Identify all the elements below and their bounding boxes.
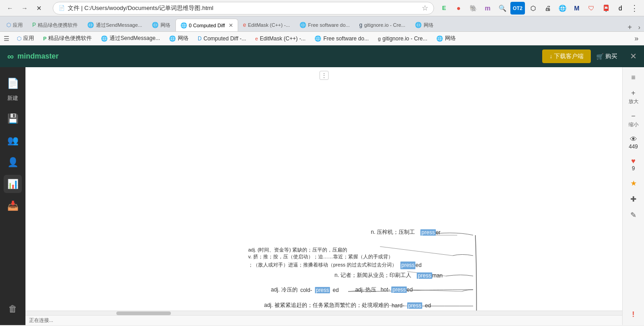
- node-hard-compound: hard-: [392, 302, 404, 309]
- more-menu-button[interactable]: ⋮: [629, 3, 640, 13]
- bookmark-free-icon: 🌐: [315, 35, 321, 42]
- node-hard-suffix: ed: [425, 302, 431, 309]
- bookmark-network1[interactable]: 🌐 网络: [165, 34, 192, 43]
- warning-icon: !: [632, 311, 634, 319]
- mindmaster-sidebar: 📄 新建 💾 👥 👤 📊 📥 🗑: [0, 67, 25, 325]
- toolbar-icon-9[interactable]: M: [570, 2, 583, 15]
- scrollbar-thumb[interactable]: [116, 311, 171, 315]
- zoom-out-icon: −: [631, 112, 635, 120]
- bookmark-green-software[interactable]: P 精品绿色便携软件: [40, 34, 95, 43]
- new-tab-button[interactable]: +: [625, 23, 634, 31]
- bookmarks-more-button[interactable]: »: [633, 35, 640, 43]
- mindmaster-canvas[interactable]: ⋮: [25, 67, 622, 311]
- toolbar-icon-1[interactable]: ●: [452, 2, 465, 15]
- toolbar-icon-11[interactable]: 📮: [599, 2, 612, 15]
- lock-icon: 📄: [59, 5, 65, 11]
- right-panel-share[interactable]: ✚: [624, 192, 643, 206]
- toolbar-icon-7[interactable]: 🖨: [541, 2, 554, 15]
- bookmark-star-icon[interactable]: ☆: [422, 4, 428, 12]
- tab-network1[interactable]: 🌐 网络: [147, 19, 175, 31]
- toolbar-icon-8[interactable]: 🌐: [556, 2, 569, 15]
- node-pressed-suffix: ed: [415, 262, 421, 269]
- tab-green-software-label: 精品绿色便携软件: [38, 22, 78, 29]
- bookmark-send-icon: 🌐: [101, 35, 108, 42]
- sidebar-item-user[interactable]: 👤: [4, 153, 22, 171]
- zoom-in-icon: +: [631, 89, 635, 97]
- highlight-press-hot: press: [391, 286, 406, 293]
- close-tab-button[interactable]: ✕: [33, 2, 45, 15]
- bookmark-sendmessage[interactable]: 🌐 通过SendMessage...: [97, 34, 164, 43]
- toolbar-icon-12[interactable]: d: [614, 2, 627, 15]
- sidebar-item-trash[interactable]: 🗑: [4, 300, 22, 318]
- star-icon: ★: [630, 179, 637, 188]
- back-button[interactable]: ←: [4, 2, 16, 15]
- toolbar-icon-3[interactable]: m: [481, 2, 494, 15]
- tab-free-software[interactable]: 🌐 Free software do...: [295, 19, 354, 31]
- tab-sendmessage[interactable]: 🌐 通过SendMessage...: [83, 19, 147, 31]
- cart-icon: 🛒: [596, 53, 604, 60]
- tab-gitignore[interactable]: g gitignore.io - Cre...: [355, 19, 410, 31]
- bookmark-apps-icon: ⬡: [17, 35, 21, 42]
- tab-editmask[interactable]: e EditMask (C++) -...: [239, 19, 295, 31]
- mindmap-svg: [25, 67, 622, 311]
- tab-editmask-label: EditMask (C++) -...: [248, 22, 290, 28]
- bookmark-editmask[interactable]: e EditMask (C++) -...: [252, 35, 310, 43]
- canvas-header-icon[interactable]: ⋮: [320, 71, 329, 80]
- bookmark-computed-diff[interactable]: D Computed Diff -...: [194, 35, 250, 43]
- buy-button[interactable]: 🛒 购买: [596, 52, 617, 60]
- tab-network2[interactable]: 🌐 网络: [410, 19, 438, 31]
- right-panel-zoom-in[interactable]: + 放大: [624, 86, 643, 108]
- app-close-button[interactable]: ✕: [630, 51, 637, 61]
- tab-green-software[interactable]: P 精品绿色便携软件: [28, 19, 82, 31]
- toolbar-icon-5[interactable]: OT2: [510, 2, 525, 15]
- right-panel-zoom-out[interactable]: − 缩小: [624, 109, 643, 131]
- tab-free-software-label: Free software do...: [308, 22, 350, 28]
- tab-close-icon[interactable]: ✕: [229, 22, 233, 29]
- right-panel-menu[interactable]: ≡: [624, 71, 643, 84]
- node-hot-compound: hot-: [380, 286, 390, 293]
- bookmark-computed-icon: D: [198, 35, 202, 42]
- user-icon: 👤: [7, 157, 19, 168]
- bookmark-green-label: 精品绿色便携软件: [48, 35, 92, 42]
- node-presser: n. 压榨机；压制工 presser: [371, 228, 440, 236]
- node-pressman-text: n. 记者；新闻从业员；印刷工人: [334, 272, 411, 279]
- toolbar-icon-2[interactable]: 🐘: [467, 2, 479, 15]
- forward-button[interactable]: →: [18, 2, 31, 15]
- zoom-in-label: 放大: [629, 98, 639, 105]
- node-hot-text: adj. 热压: [355, 286, 376, 293]
- bookmark-git-label: gitignore.io - Cre...: [383, 35, 428, 42]
- sidebar-item-import[interactable]: 📥: [4, 197, 22, 215]
- mindmaster-logo-text: mindmaster: [17, 52, 59, 60]
- right-panel-star[interactable]: ★: [624, 176, 643, 190]
- toolbar-icon-6[interactable]: ⬡: [527, 2, 539, 15]
- bookmark-network2[interactable]: 🌐 网络: [433, 34, 459, 43]
- highlight-press-pressed: press: [400, 262, 415, 269]
- download-client-button[interactable]: ↓ 下载客户端: [542, 49, 591, 63]
- tab-more-button[interactable]: ›: [636, 24, 642, 31]
- evernote-icon[interactable]: E: [438, 2, 450, 15]
- sidebar-item-new[interactable]: 📄: [4, 74, 22, 93]
- tab-apps[interactable]: ⬡ 应用: [2, 19, 27, 31]
- bookmark-free-software[interactable]: 🌐 Free software do...: [311, 35, 372, 43]
- import-icon: 📥: [7, 200, 19, 211]
- mindmaster-logo: ∞ mindmaster: [7, 51, 59, 62]
- bookmark-apps[interactable]: ⬡ 应用: [13, 34, 38, 43]
- tab-computed-diff[interactable]: 🌐 0 Computed Diff ✕: [175, 19, 238, 31]
- sidebar-item-team[interactable]: 👥: [4, 131, 22, 149]
- right-panel-warning[interactable]: !: [624, 308, 643, 321]
- sidebar-item-table[interactable]: 📊: [4, 175, 22, 193]
- right-panel-likes[interactable]: ♥ 9: [624, 154, 643, 174]
- bookmark-gitignore[interactable]: g gitignore.io - Cre...: [374, 35, 431, 43]
- address-bar[interactable]: 📄 文件 | C:/Users/woody/Documents/记单词思维导图.…: [53, 2, 434, 15]
- toolbar-icon-10[interactable]: 🛡: [585, 2, 598, 15]
- highlight-press-presser: press: [420, 229, 435, 236]
- horizontal-scrollbar[interactable]: [25, 311, 622, 315]
- bookmark-computed-label: Computed Diff -...: [204, 35, 246, 42]
- sidebar-item-save[interactable]: 💾: [4, 109, 22, 128]
- node-pressed-text2: v. 挤；推；按，压（使启动）；迫……靠近；紧握（人的手或背）: [248, 253, 422, 260]
- table-icon: 📊: [7, 178, 19, 189]
- toolbar-icon-4[interactable]: 🔍: [496, 2, 509, 15]
- node-pressed: adj. (时间、资金等) 紧缺的；压平的，压扁的 v. 挤；推；按，压（使启动…: [248, 247, 422, 269]
- right-panel-edit[interactable]: ✎: [624, 208, 643, 222]
- browser-titlebar: ← → ✕ 📄 文件 | C:/Users/woody/Documents/记单…: [0, 0, 644, 16]
